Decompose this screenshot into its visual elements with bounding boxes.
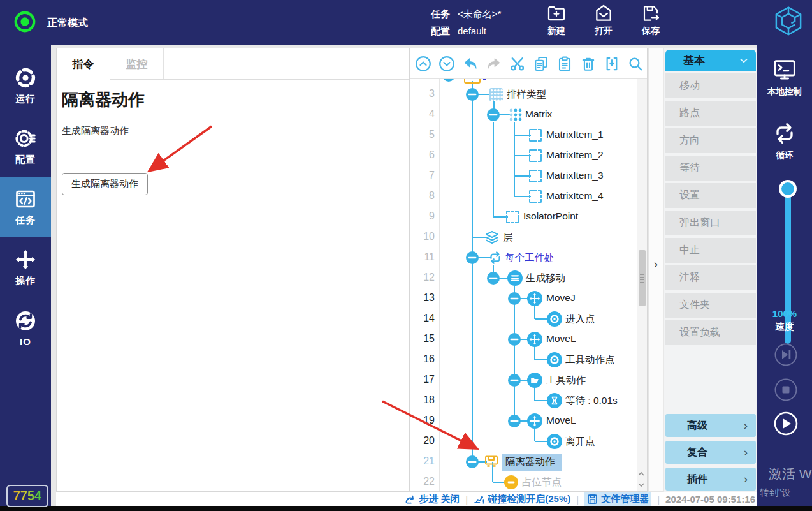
copy-icon[interactable] xyxy=(533,56,549,72)
open-button[interactable]: 打开 xyxy=(584,3,623,37)
palette-header-basic[interactable]: 基本 xyxy=(665,50,756,71)
tree-node-label[interactable]: 工具动作 xyxy=(546,374,586,387)
collapse-toggle[interactable] xyxy=(442,79,456,82)
app-logo-icon xyxy=(771,4,806,40)
file-manager-button[interactable]: 文件管理器 xyxy=(584,492,651,506)
palette-item[interactable]: 注释 xyxy=(665,265,756,290)
cut-icon[interactable] xyxy=(509,56,526,72)
new-button[interactable]: 新建 xyxy=(537,3,576,37)
search-icon[interactable] xyxy=(627,56,644,72)
collapse-toggle[interactable] xyxy=(507,414,521,428)
sidebar-item-io[interactable]: IO xyxy=(0,298,51,359)
collapse-toggle[interactable] xyxy=(486,108,500,122)
palette-group-插件[interactable]: 插件› xyxy=(665,468,756,491)
tree-node-label[interactable]: Matrix xyxy=(525,108,552,120)
tree-node-label[interactable]: MoveL xyxy=(546,333,576,344)
tree-node-label[interactable]: MatrixItem_4 xyxy=(546,190,604,202)
mode-label: 正常模式 xyxy=(47,17,88,30)
collapse-toggle[interactable] xyxy=(465,87,479,101)
tree-connector xyxy=(514,286,515,421)
undo-icon[interactable] xyxy=(462,56,479,72)
tree-node-label[interactable]: 进入点 xyxy=(565,313,595,326)
sidebar-item-run[interactable]: 运行 xyxy=(0,56,51,116)
tab-monitor[interactable]: 监控 xyxy=(110,48,164,79)
tree-node-label[interactable]: 占位节点 xyxy=(522,476,562,489)
tree-scrollbar[interactable] xyxy=(637,79,647,491)
palette-item[interactable]: 设置负载 xyxy=(665,320,756,345)
collapse-toggle[interactable] xyxy=(465,455,479,469)
redo-icon xyxy=(486,56,502,72)
tree-node-label[interactable]: MatrixItem_3 xyxy=(546,170,604,181)
scroll-up-icon[interactable] xyxy=(637,470,646,478)
line-number: 13 xyxy=(410,292,435,304)
right-control-bar: 本地控制循环 100% 速度 激活 W 转到"设 xyxy=(757,45,812,506)
tree-node-label[interactable]: MatrixItem_2 xyxy=(546,149,604,161)
save-button[interactable]: 保存 xyxy=(631,3,671,37)
delete-icon[interactable] xyxy=(580,56,597,72)
move-down-icon[interactable] xyxy=(439,56,455,72)
palette-group-高级[interactable]: 高级› xyxy=(665,414,756,437)
play-button[interactable] xyxy=(773,411,799,436)
matrix-item-icon xyxy=(504,209,521,225)
palette-item[interactable]: 移动 xyxy=(665,73,756,98)
insert-icon[interactable] xyxy=(604,56,620,72)
palette-item[interactable]: 中止 xyxy=(665,238,756,263)
generate-isolator-action-button[interactable]: 生成隔离器动作 xyxy=(62,173,148,195)
speed-slider-track[interactable] xyxy=(785,183,791,344)
collapse-toggle[interactable] xyxy=(507,292,521,306)
status-code-badge[interactable]: 7754 xyxy=(6,485,48,507)
line-number: 12 xyxy=(410,272,435,283)
tree-node-label[interactable]: MoveL xyxy=(546,415,576,426)
paste-icon[interactable] xyxy=(556,56,573,72)
collapse-toggle[interactable] xyxy=(507,373,521,387)
tree-node-label[interactable]: 离开点 xyxy=(565,435,595,448)
separator: | xyxy=(657,494,660,505)
stop-button[interactable] xyxy=(773,377,799,403)
panel-expand-handle[interactable]: › xyxy=(648,48,663,492)
palette-item[interactable]: 等待 xyxy=(665,156,756,181)
line-number: 22 xyxy=(410,476,435,487)
sidebar-item-task[interactable]: 任务 xyxy=(0,177,51,237)
tree-node-label[interactable]: 排样类型 xyxy=(507,88,546,101)
collision-detection-status[interactable]: 碰撞检测开启(25%) xyxy=(474,493,570,505)
speed-slider-knob[interactable] xyxy=(779,180,797,198)
isolator-node-icon xyxy=(464,79,481,84)
palette-item[interactable]: 弹出窗口 xyxy=(665,211,756,235)
left-sidebar: 运行配置任务操作IO xyxy=(0,45,51,506)
tree-node-label[interactable]: MatrixItem_1 xyxy=(546,129,604,140)
local-control-button[interactable]: 本地控制 xyxy=(757,57,812,98)
palette-group-复合[interactable]: 复合› xyxy=(665,441,756,464)
scrollbar-thumb[interactable] xyxy=(639,250,646,306)
palette-item[interactable]: 文件夹 xyxy=(665,293,756,318)
sidebar-item-config[interactable]: 配置 xyxy=(0,116,51,177)
tree-node-label[interactable]: MoveJ xyxy=(546,292,576,304)
separator: | xyxy=(465,494,468,505)
line-number: 5 xyxy=(410,129,435,140)
tab-instruction[interactable]: 指令 xyxy=(57,48,110,80)
speed-value: 100% xyxy=(757,308,812,319)
task-name: <未命名>* xyxy=(458,8,501,19)
file-manager-icon xyxy=(587,494,598,505)
collapse-toggle[interactable] xyxy=(507,332,521,346)
palette-item[interactable]: 方向 xyxy=(665,128,756,153)
tree-node-label[interactable]: 每个工件处 xyxy=(505,251,555,265)
loop-control-button[interactable]: 循环 xyxy=(757,121,812,161)
tree-node-label[interactable]: IsolatorPoint xyxy=(523,211,578,222)
move-up-icon[interactable] xyxy=(415,56,431,72)
tree-node-label[interactable]: 隔离器动作 xyxy=(502,454,562,471)
tree-node-label[interactable]: 工具动作点 xyxy=(565,353,615,367)
tree-partial-node xyxy=(483,79,486,80)
tree-node-label[interactable]: 层 xyxy=(503,231,513,244)
tree-node-label[interactable]: 生成移动 xyxy=(526,272,565,285)
palette-item[interactable]: 路点 xyxy=(665,101,756,126)
collapse-toggle[interactable] xyxy=(465,251,479,265)
sidebar-item-operate[interactable]: 操作 xyxy=(0,237,51,298)
line-number: 10 xyxy=(410,231,435,242)
page-title: 隔离器动作 xyxy=(62,89,409,111)
palette-item[interactable]: 设置 xyxy=(665,183,756,208)
collapse-toggle[interactable] xyxy=(486,271,500,285)
step-mode-status[interactable]: 步进 关闭 xyxy=(405,493,460,505)
step-forward-button[interactable] xyxy=(773,342,799,367)
scroll-down-icon[interactable] xyxy=(637,480,646,489)
tree-node-label[interactable]: 等待 : 0.01s xyxy=(565,394,618,408)
